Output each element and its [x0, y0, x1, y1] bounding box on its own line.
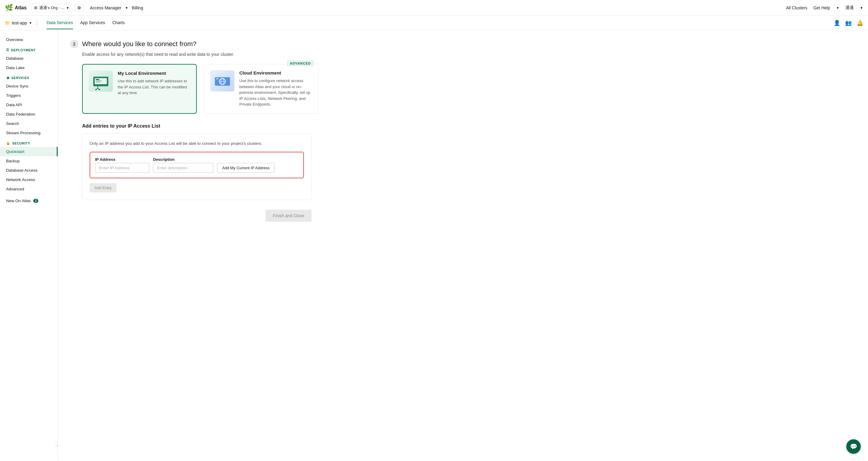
- second-nav-right: 👤 👥 🔔: [834, 20, 863, 26]
- project-more-icon[interactable]: ⋮: [34, 20, 39, 26]
- step-description: Enable access for any network(s) that ne…: [82, 52, 856, 57]
- ip-form-row: IP Address Description Add My Current IP…: [90, 152, 304, 178]
- sidebar-item-quickstart[interactable]: Quickstart: [0, 147, 58, 156]
- project-name: test-app: [12, 21, 27, 25]
- chat-icon: 💬: [850, 443, 858, 450]
- project-selector[interactable]: 📁 test-app ▼: [5, 21, 32, 25]
- local-env-desc: Use this to add network IP addresses to …: [118, 78, 190, 96]
- chat-bubble-button[interactable]: 💬: [846, 439, 861, 454]
- user-menu[interactable]: 通通: [845, 5, 854, 10]
- second-nav: 📁 test-app ▼ ⋮ Data Services App Service…: [0, 16, 868, 30]
- finish-row: Finish and Close: [82, 210, 311, 222]
- sidebar-item-data-api[interactable]: Data API: [0, 100, 58, 109]
- ip-address-group: IP Address: [95, 157, 149, 173]
- logo: 🌿 Atlas: [5, 4, 27, 12]
- svg-rect-14: [216, 78, 218, 79]
- step-title: Where would you like to connect from?: [82, 40, 196, 48]
- description-label: Description: [153, 157, 213, 162]
- logo-text: Atlas: [15, 5, 27, 10]
- advanced-badge: ADVANCED: [287, 61, 314, 66]
- local-env-content: My Local Environment Use this to add net…: [118, 71, 190, 96]
- tab-app-services[interactable]: App Services: [80, 17, 105, 29]
- top-nav: 🌿 Atlas ⊞ 通通's Org - ... ▼ ⚙ Access Mana…: [0, 0, 868, 16]
- sidebar: Overview ☰ DEPLOYMENT Database Data Lake…: [0, 30, 58, 461]
- local-env-title: My Local Environment: [118, 71, 190, 76]
- add-current-ip-button[interactable]: Add My Current IP Address: [217, 163, 275, 173]
- new-on-atlas-badge: 2: [33, 199, 39, 203]
- step-number: 2: [70, 40, 79, 48]
- sidebar-stream-processing-label: Stream Processing: [6, 131, 40, 135]
- sidebar-item-network-access[interactable]: Network Access: [0, 175, 58, 184]
- tab-data-services[interactable]: Data Services: [46, 17, 73, 29]
- project-chevron: ▼: [29, 21, 32, 25]
- billing-link[interactable]: Billing: [128, 5, 147, 10]
- sidebar-advanced-label: Advanced: [6, 187, 24, 191]
- sidebar-item-stream-processing[interactable]: Stream Processing: [0, 128, 58, 138]
- svg-rect-4: [96, 82, 100, 83]
- sidebar-section-services: 🖥 SERVICES: [0, 72, 58, 81]
- user-chevron: ▼: [860, 6, 863, 10]
- ip-address-input[interactable]: [95, 163, 149, 173]
- finish-and-close-button[interactable]: Finish and Close: [266, 210, 311, 222]
- cloud-environment-card[interactable]: ADVANCED Cloud Environment Use this to c…: [204, 64, 319, 114]
- description-input[interactable]: [153, 163, 213, 173]
- bell-icon[interactable]: 🔔: [857, 20, 863, 26]
- cloud-env-title: Cloud Environment: [239, 70, 312, 75]
- sidebar-item-database-access[interactable]: Database Access: [0, 166, 58, 175]
- access-list-card: Only an IP address you add to your Acces…: [82, 134, 311, 200]
- group-icon[interactable]: 👥: [845, 20, 852, 26]
- gear-button[interactable]: ⚙: [74, 4, 84, 12]
- sidebar-item-overview[interactable]: Overview: [0, 35, 58, 44]
- sidebar-new-on-atlas-label: New On Atlas: [6, 199, 31, 203]
- sidebar-overview-label: Overview: [6, 37, 23, 42]
- sidebar-item-triggers[interactable]: Triggers: [0, 91, 58, 100]
- step-header: 2 Where would you like to connect from?: [70, 40, 856, 48]
- sidebar-triggers-label: Triggers: [6, 93, 21, 98]
- all-clusters-link[interactable]: All Clusters: [786, 5, 807, 10]
- svg-point-7: [95, 89, 97, 90]
- svg-rect-3: [96, 80, 102, 81]
- deployment-list-icon: ☰: [6, 48, 9, 52]
- second-nav-tabs: Data Services App Services Charts: [46, 17, 125, 29]
- sidebar-data-lake-label: Data Lake: [6, 65, 25, 70]
- ip-address-label: IP Address: [95, 157, 149, 162]
- services-monitor-icon: 🖥: [6, 76, 10, 80]
- sidebar-section-security: 🔒 SECURITY: [0, 138, 58, 147]
- sidebar-item-data-lake[interactable]: Data Lake: [0, 63, 58, 72]
- get-help-chevron: ▼: [836, 6, 839, 10]
- sidebar-database-access-label: Database Access: [6, 168, 37, 172]
- nav-right: All Clusters Get Help ▼ 通通 ▼: [786, 5, 863, 10]
- person-icon[interactable]: 👤: [834, 20, 840, 26]
- org-selector[interactable]: ⊞ 通通's Org - ... ▼: [31, 4, 72, 12]
- sidebar-database-label: Database: [6, 56, 24, 61]
- gear-icon: ⚙: [77, 5, 81, 10]
- sidebar-item-search[interactable]: Search: [0, 119, 58, 128]
- sidebar-item-backup[interactable]: Backup: [0, 156, 58, 166]
- access-list-description: Only an IP address you add to your Acces…: [90, 141, 304, 146]
- sidebar-quickstart-label: Quickstart: [6, 149, 25, 154]
- sidebar-search-label: Search: [6, 121, 19, 126]
- atlas-leaf-icon: 🌿: [5, 4, 13, 12]
- sidebar-item-device-sync[interactable]: Device Sync: [0, 81, 58, 91]
- sidebar-data-api-label: Data API: [6, 103, 22, 107]
- description-group: Description: [153, 157, 213, 173]
- sidebar-item-advanced[interactable]: Advanced: [0, 184, 58, 194]
- local-environment-card[interactable]: My Local Environment Use this to add net…: [82, 64, 197, 114]
- get-help-link[interactable]: Get Help: [813, 5, 830, 10]
- cloud-env-content: Cloud Environment Use this to configure …: [239, 70, 312, 107]
- sidebar-item-new-on-atlas[interactable]: New On Atlas 2: [0, 196, 58, 205]
- sidebar-collapse-button[interactable]: ‹: [54, 442, 58, 449]
- project-folder-icon: 📁: [5, 21, 10, 25]
- environment-cards: My Local Environment Use this to add net…: [82, 64, 856, 114]
- main-content: 2 Where would you like to connect from? …: [58, 30, 868, 461]
- svg-point-9: [99, 89, 100, 90]
- tab-charts[interactable]: Charts: [112, 17, 125, 29]
- add-entry-button[interactable]: Add Entry: [90, 183, 117, 193]
- cloud-env-desc: Use this to configure network access bet…: [239, 78, 312, 107]
- org-name: 通通's Org - ...: [39, 5, 64, 10]
- sidebar-backup-label: Backup: [6, 159, 20, 163]
- local-env-icon: [89, 71, 113, 92]
- sidebar-item-data-federation[interactable]: Data Federation: [0, 109, 58, 119]
- access-manager-link[interactable]: Access Manager: [86, 5, 125, 10]
- sidebar-item-database[interactable]: Database: [0, 54, 58, 63]
